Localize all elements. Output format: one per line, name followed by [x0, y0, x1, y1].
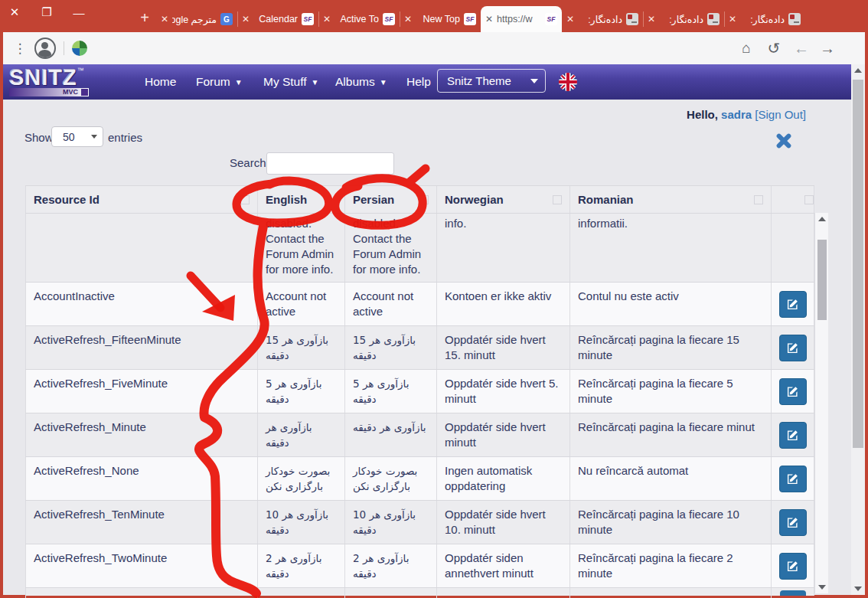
- header-english[interactable]: English: [258, 186, 345, 213]
- edit-button[interactable]: [779, 466, 807, 492]
- tab-close-icon[interactable]: ✕: [566, 14, 574, 25]
- window-frame-left: [0, 32, 3, 598]
- table-row: ActiveRefresh_FifteenMinute بازآوری هر 1…: [25, 326, 814, 370]
- window-close-button[interactable]: ✕: [8, 5, 21, 20]
- sort-icon[interactable]: [754, 195, 763, 204]
- dadehnegar-favicon: [707, 13, 720, 25]
- cell-resource-id: ActiveRefresh_TwoMinute: [25, 544, 258, 587]
- header-norwegian[interactable]: Norwegian: [437, 186, 570, 213]
- tab-close-icon[interactable]: ✕: [404, 14, 412, 25]
- scrollbar-thumb[interactable]: [853, 80, 863, 448]
- header-romanian[interactable]: Romanian: [570, 186, 772, 213]
- show-label: Show: [24, 131, 54, 144]
- cell-resource-id: AccountInactive: [25, 283, 258, 325]
- nav-home[interactable]: Home: [145, 64, 176, 100]
- tab-close-icon[interactable]: ✕: [729, 14, 736, 25]
- tab-calendar[interactable]: ✕ Calendar SF: [237, 6, 318, 32]
- dadehnegar-favicon: [788, 13, 801, 25]
- edit-button[interactable]: [779, 422, 807, 449]
- theme-select[interactable]: Snitz Theme: [437, 69, 546, 93]
- cell-actions: [772, 283, 814, 325]
- edit-button[interactable]: [779, 553, 807, 580]
- tab-close-icon[interactable]: ✕: [323, 14, 331, 25]
- uk-flag-icon[interactable]: [559, 73, 577, 91]
- table-scrollbar[interactable]: [814, 213, 828, 593]
- tab-new-topic[interactable]: ✕ New Top SF: [400, 6, 481, 32]
- username-link[interactable]: sadra: [721, 108, 752, 121]
- page-size-select[interactable]: 50: [51, 126, 103, 147]
- tab-active-topics[interactable]: ✕ Active To SF: [318, 6, 400, 32]
- cell-resource-id: [25, 214, 258, 282]
- sort-icon[interactable]: [419, 195, 429, 204]
- sort-icon[interactable]: [553, 195, 562, 204]
- table-row-partial: disabled. Contact the Forum Admin for mo…: [25, 214, 814, 283]
- scrollbar-thumb[interactable]: [817, 240, 827, 320]
- cell-norwegian: Oppdatér siden annethvert minutt: [437, 544, 570, 587]
- nav-help[interactable]: Help: [406, 64, 431, 100]
- header-actions[interactable]: [772, 186, 814, 213]
- page-scrollbar[interactable]: [851, 64, 865, 595]
- edit-button[interactable]: [779, 509, 807, 536]
- cell-english: بازآوری هر 2 دقیقه: [258, 544, 345, 587]
- browser-menu-icon[interactable]: ⋮: [11, 32, 29, 64]
- cell-persian: [345, 588, 437, 598]
- search-input[interactable]: [266, 152, 394, 175]
- tab-dadehnegar-3[interactable]: ✕ داده‌نگار:: [724, 6, 805, 32]
- cell-english: Account not active: [258, 283, 345, 325]
- tab-google-translate[interactable]: ✕ مترجم Google G: [156, 6, 237, 32]
- sort-icon[interactable]: [240, 195, 250, 204]
- reload-icon[interactable]: ↺: [762, 32, 785, 64]
- scroll-down-icon[interactable]: [854, 587, 862, 591]
- cell-actions: [772, 214, 814, 282]
- scroll-down-icon[interactable]: [818, 585, 826, 590]
- nav-albums[interactable]: Albums▼: [335, 64, 387, 100]
- close-panel-icon[interactable]: [774, 132, 792, 150]
- cell-english: بازآوری هر 10 دقیقه: [258, 501, 345, 544]
- edit-button[interactable]: [779, 378, 807, 405]
- tab-close-icon[interactable]: ✕: [242, 14, 250, 25]
- cell-persian: بصورت خودکار بارگزاری نکن: [345, 457, 437, 500]
- cell-english: بازآوری هر دقیقه: [258, 413, 345, 456]
- window-maximize-button[interactable]: ❐: [40, 5, 54, 20]
- snitz-favicon: SF: [302, 13, 314, 25]
- header-persian[interactable]: Persian: [345, 186, 437, 213]
- snitz-logo[interactable]: SNITZ™ MVC: [9, 67, 109, 96]
- browser-window: ✕ ❐ — + ✕ مترجم Google G ✕ Calendar SF ✕…: [0, 0, 868, 598]
- back-icon[interactable]: ←: [790, 32, 813, 64]
- cell-norwegian: [437, 588, 570, 598]
- tab-label: داده‌نگار:: [578, 14, 622, 25]
- new-tab-button[interactable]: +: [135, 8, 155, 28]
- profile-avatar-icon[interactable]: [34, 32, 57, 64]
- header-resource-id[interactable]: Resource Id: [25, 186, 258, 213]
- scroll-up-icon[interactable]: [854, 68, 862, 73]
- cell-norwegian: Ingen automatisk oppdatering: [437, 457, 570, 500]
- cell-actions: [772, 413, 814, 456]
- toolbar-divider: [64, 41, 64, 55]
- forward-icon[interactable]: →: [816, 32, 839, 64]
- edit-button[interactable]: [779, 335, 807, 361]
- cell-english: disabled. Contact the Forum Admin for mo…: [258, 214, 345, 282]
- nav-forum[interactable]: Forum▼: [196, 64, 243, 100]
- sort-icon[interactable]: [804, 195, 814, 204]
- nav-my-stuff[interactable]: My Stuff▼: [263, 64, 318, 100]
- cell-actions: [772, 544, 814, 587]
- annotation-circle-persian-tail: [410, 168, 426, 181]
- tab-active-current-page[interactable]: ✕ https://w SF: [481, 6, 562, 32]
- home-icon[interactable]: ⌂: [735, 32, 758, 64]
- tab-dadehnegar-1[interactable]: ✕ داده‌نگار:: [562, 6, 643, 32]
- window-minimize-button[interactable]: —: [72, 5, 86, 20]
- cell-romanian: [570, 588, 772, 598]
- scroll-up-icon[interactable]: [818, 217, 826, 221]
- edit-button[interactable]: [780, 590, 806, 596]
- tab-close-icon[interactable]: ✕: [648, 14, 655, 25]
- cell-resource-id: [25, 588, 258, 598]
- tab-dadehnegar-2[interactable]: ✕ داده‌نگار:: [643, 6, 724, 32]
- tab-close-icon[interactable]: ✕: [161, 14, 168, 25]
- cell-actions: [772, 457, 814, 500]
- cell-resource-id: ActiveRefresh_FiveMinute: [25, 370, 258, 413]
- tab-close-icon[interactable]: ✕: [485, 14, 493, 25]
- sign-out-link[interactable]: [Sign Out]: [755, 108, 806, 121]
- download-manager-extension-icon[interactable]: [69, 32, 90, 64]
- edit-button[interactable]: [779, 291, 807, 318]
- cell-persian: بازآوری هر 2 دقیقه: [345, 544, 437, 587]
